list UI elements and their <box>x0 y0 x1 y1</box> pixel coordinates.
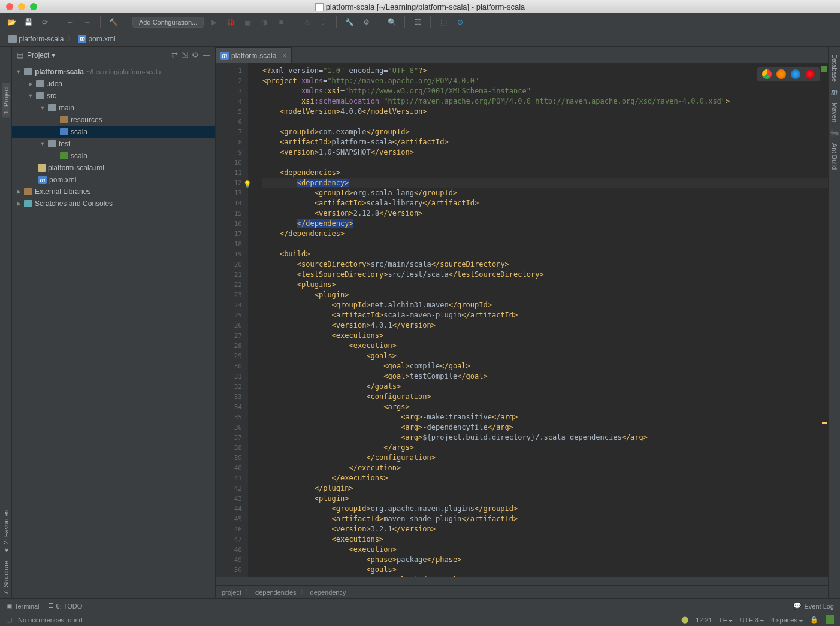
bottom-tool-stripe: ▣ Terminal ☰ 6: TODO 💬 Event Log <box>0 598 840 613</box>
info-icon[interactable]: ⊘ <box>454 16 467 29</box>
chrome-icon[interactable] <box>762 69 772 79</box>
file-icon <box>315 3 324 11</box>
debug-icon[interactable]: 🐞 <box>224 16 237 29</box>
scratches-icon <box>24 200 32 207</box>
status-bar: ▢ No occurrences found ⬤ 12:21 LF ÷ UTF-… <box>0 613 840 626</box>
editor-breadcrumbs[interactable]: project〉 dependencies〉 dependency <box>216 585 828 598</box>
safari-icon[interactable] <box>791 69 800 79</box>
source-folder-icon <box>60 128 68 135</box>
status-message: No occurrences found <box>18 616 83 624</box>
gear-icon[interactable]: ⚙ <box>192 50 199 59</box>
locate-icon[interactable]: ⇄ <box>171 50 178 59</box>
tool-tab-maven[interactable]: Maven <box>831 99 838 126</box>
tree-test[interactable]: ▼test <box>12 138 215 150</box>
module-icon <box>24 68 32 75</box>
project-panel-title[interactable]: Project ▾ <box>27 51 55 59</box>
run-icon[interactable]: ▶ <box>207 16 220 29</box>
tree-iml[interactable]: platform-scala.iml <box>12 162 215 174</box>
editor-tab[interactable]: mplatform-scala× <box>216 47 292 63</box>
coverage-icon[interactable]: ▣ <box>241 16 254 29</box>
close-tab-icon[interactable]: × <box>282 52 286 60</box>
attach2-icon[interactable]: ⤴ <box>317 16 330 29</box>
right-tool-stripe: Database m Maven 🐜 Ant Build <box>828 47 840 598</box>
sdk-icon[interactable]: ⚙ <box>359 16 373 29</box>
editor-horizontal-scrollbar[interactable] <box>216 577 828 585</box>
folder-icon <box>48 104 56 111</box>
status-toggle-icon[interactable]: ▢ <box>6 616 12 624</box>
project-tree[interactable]: ▼platform-scala ~/Learning/platform-scal… <box>12 63 215 598</box>
status-caret[interactable]: 12:21 <box>696 616 712 624</box>
left-tool-stripe: 1: Project ★ 2: Favorites 7: Structure <box>0 47 12 598</box>
editor-code[interactable]: <?xml version="1.0" encoding="UTF-8"?><p… <box>248 63 828 577</box>
window-title: platform-scala [~/Learning/platform-scal… <box>326 2 525 11</box>
folder-icon <box>36 80 44 87</box>
tree-src[interactable]: ▼src <box>12 90 215 102</box>
sync-icon[interactable]: ⟳ <box>38 16 52 29</box>
test-folder-icon <box>60 152 68 159</box>
tree-scratches[interactable]: ▶Scratches and Consoles <box>12 198 215 210</box>
tree-root[interactable]: ▼platform-scala ~/Learning/platform-scal… <box>12 66 215 78</box>
navigation-bar: platform-scala 〉 mpom.xml <box>0 31 840 47</box>
status-line-sep[interactable]: LF ÷ <box>720 616 733 624</box>
editor-tabs: mplatform-scala× <box>216 47 828 63</box>
tool-tab-favorites[interactable]: ★ 2: Favorites <box>2 506 10 558</box>
structure-icon[interactable]: ☷ <box>411 16 424 29</box>
tree-resources[interactable]: resources <box>12 114 215 126</box>
tool-tab-ant[interactable]: Ant Build <box>831 140 838 173</box>
tool-tab-structure[interactable]: 7: Structure <box>2 557 10 598</box>
error-stripe[interactable] <box>821 66 827 574</box>
back-icon[interactable]: ← <box>64 16 77 29</box>
attach-icon[interactable]: ⎋ <box>300 16 313 29</box>
status-indicator-icon[interactable]: ⬤ <box>681 616 688 624</box>
maven-icon: m <box>830 88 839 96</box>
save-all-icon[interactable]: 💾 <box>22 16 35 29</box>
run-configuration-dropdown[interactable]: Add Configuration... <box>132 17 204 28</box>
collapse-icon[interactable]: ⇲ <box>182 50 188 59</box>
editor: mplatform-scala× 123456789101112💡1314151… <box>216 47 828 598</box>
libraries-icon <box>24 188 32 195</box>
open-file-icon[interactable]: 📂 <box>5 16 18 29</box>
profile-icon[interactable]: ◑ <box>258 16 271 29</box>
hide-icon[interactable]: — <box>203 50 210 59</box>
tree-scala-main[interactable]: scala <box>12 126 215 138</box>
window-titlebar: platform-scala [~/Learning/platform-scal… <box>0 0 840 13</box>
browser-preview-overlay <box>757 67 820 81</box>
tree-idea[interactable]: ▶.idea <box>12 78 215 90</box>
build-icon[interactable]: 🔨 <box>107 16 120 29</box>
tree-main[interactable]: ▼main <box>12 102 215 114</box>
maven-icon: m <box>220 52 229 60</box>
status-hector-icon[interactable] <box>826 615 834 625</box>
breadcrumb-root[interactable]: platform-scala <box>6 35 66 43</box>
status-indent[interactable]: 4 spaces ÷ <box>771 616 803 624</box>
tree-external-libraries[interactable]: ▶External Libraries <box>12 186 215 198</box>
stop-icon[interactable]: ■ <box>274 16 288 29</box>
maven-icon: m <box>78 35 86 43</box>
ant-icon: 🐜 <box>830 128 839 137</box>
tool-tab-todo[interactable]: ☰ 6: TODO <box>48 602 83 610</box>
main-toolbar: 📂 💾 ⟳ ← → 🔨 Add Configuration... ▶ 🐞 ▣ ◑… <box>0 13 840 31</box>
folder-icon <box>36 92 44 99</box>
breadcrumb-file[interactable]: mpom.xml <box>75 35 117 43</box>
tool-tab-terminal[interactable]: ▣ Terminal <box>6 602 40 610</box>
tree-scala-test[interactable]: scala <box>12 150 215 162</box>
event-log[interactable]: 💬 Event Log <box>793 602 834 610</box>
project-tool-window: ▤ Project ▾ ⇄ ⇲ ⚙ — ▼platform-scala ~/Le… <box>12 47 216 598</box>
maven-icon: m <box>38 176 47 184</box>
editor-gutter[interactable]: 123456789101112💡131415161718192021222324… <box>216 63 248 577</box>
folder-icon <box>8 35 17 43</box>
folder-icon <box>48 140 56 147</box>
inspection-ok-icon <box>821 66 827 72</box>
status-encoding[interactable]: UTF-8 ÷ <box>740 616 764 624</box>
tool-tab-database[interactable]: Database <box>831 50 838 86</box>
iml-file-icon <box>38 164 46 172</box>
tool-tab-project[interactable]: 1: Project <box>2 83 10 117</box>
resources-folder-icon <box>60 116 68 123</box>
opera-icon[interactable] <box>805 69 815 79</box>
forward-icon[interactable]: → <box>81 16 94 29</box>
search-icon[interactable]: 🔍 <box>385 16 398 29</box>
firefox-icon[interactable] <box>776 69 786 79</box>
plugin-icon[interactable]: ⬚ <box>437 16 450 29</box>
wrench-icon[interactable]: 🔧 <box>343 16 356 29</box>
tree-pom[interactable]: mpom.xml <box>12 174 215 186</box>
status-lock-icon[interactable]: 🔒 <box>810 616 818 624</box>
